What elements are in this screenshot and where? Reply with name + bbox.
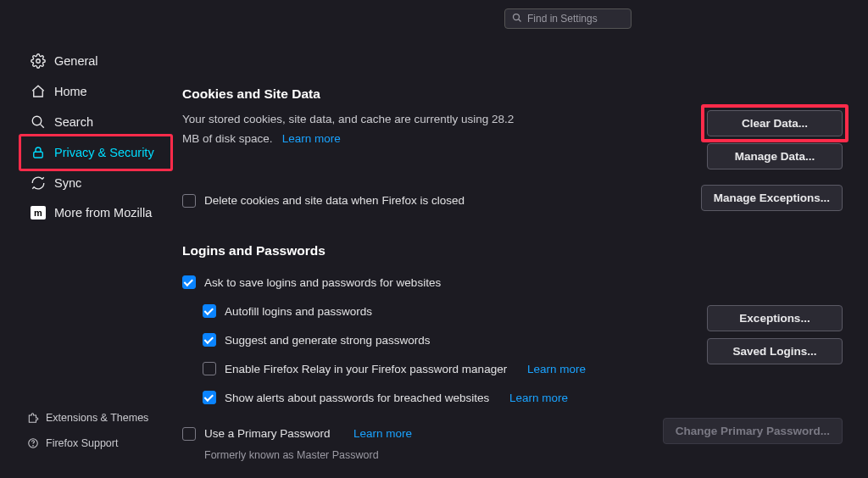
ask-save-checkbox[interactable] — [182, 275, 196, 289]
search-input[interactable] — [527, 13, 624, 25]
svg-point-3 — [32, 116, 42, 125]
saved-logins-button[interactable]: Saved Logins... — [707, 338, 843, 364]
logins-section: Logins and Passwords Ask to save logins … — [182, 243, 843, 461]
sidebar-item-label: General — [54, 54, 98, 68]
autofill-checkbox[interactable] — [203, 304, 216, 318]
sidebar-item-label: Sync — [54, 176, 81, 190]
cookies-learn-more-link[interactable]: Learn more — [282, 132, 341, 145]
checkbox-label: Autofill logins and passwords — [225, 305, 372, 318]
change-primary-password-button: Change Primary Password... — [663, 418, 843, 444]
logins-title: Logins and Passwords — [182, 243, 843, 258]
breach-alerts-checkbox[interactable] — [203, 391, 216, 404]
search-icon — [31, 114, 46, 130]
help-icon — [27, 437, 39, 449]
suggest-passwords-checkbox[interactable] — [203, 333, 216, 347]
sidebar-item-search[interactable]: Search — [24, 107, 168, 137]
svg-point-7 — [33, 446, 34, 447]
lock-icon — [31, 145, 46, 160]
checkbox-label: Ask to save logins and passwords for web… — [204, 276, 441, 289]
sidebar-item-label: More from Mozilla — [54, 206, 152, 220]
puzzle-icon — [27, 412, 39, 424]
checkbox-label: Suggest and generate strong passwords — [225, 334, 430, 347]
ask-save-checkbox-row[interactable]: Ask to save logins and passwords for web… — [182, 275, 690, 289]
link-label: Firefox Support — [46, 437, 118, 449]
sync-icon — [31, 175, 46, 191]
clear-data-button[interactable]: Clear Data... — [707, 110, 843, 136]
sidebar-item-label: Privacy & Security — [54, 146, 154, 159]
breach-alerts-checkbox-row[interactable]: Show alerts about passwords for breached… — [203, 391, 690, 404]
firefox-support-link[interactable]: Firefox Support — [24, 432, 152, 454]
search-icon — [512, 12, 522, 25]
delete-on-close-checkbox-row[interactable]: Delete cookies and site data when Firefo… — [182, 194, 465, 208]
link-label: Extensions & Themes — [46, 412, 148, 424]
cookies-description: Your stored cookies, site data, and cach… — [182, 110, 521, 149]
relay-checkbox-row[interactable]: Enable Firefox Relay in your Firefox pas… — [203, 362, 690, 375]
relay-learn-more-link[interactable]: Learn more — [527, 363, 586, 375]
svg-point-2 — [36, 59, 41, 64]
settings-content: Cookies and Site Data Your stored cookie… — [182, 86, 843, 478]
checkbox-label: Show alerts about passwords for breached… — [225, 392, 489, 404]
svg-point-0 — [514, 14, 520, 20]
manage-data-button[interactable]: Manage Data... — [707, 143, 843, 170]
primary-password-checkbox-row[interactable]: Use a Primary Password Learn more — [182, 427, 412, 441]
sidebar-item-privacy-security[interactable]: Privacy & Security — [24, 137, 168, 168]
gear-icon — [31, 53, 46, 69]
breach-learn-more-link[interactable]: Learn more — [509, 392, 568, 404]
sidebar-item-home[interactable]: Home — [24, 76, 168, 107]
sidebar-item-general[interactable]: General — [24, 46, 168, 76]
autofill-checkbox-row[interactable]: Autofill logins and passwords — [203, 304, 690, 318]
search-box[interactable] — [504, 8, 632, 29]
primary-password-note: Formerly known as Master Password — [204, 449, 843, 461]
svg-line-1 — [519, 19, 521, 22]
sidebar-item-label: Search — [54, 115, 93, 129]
cookies-section: Cookies and Site Data Your stored cookie… — [182, 86, 843, 211]
svg-line-4 — [41, 125, 44, 128]
checkbox-label: Enable Firefox Relay in your Firefox pas… — [225, 363, 507, 375]
sidebar: General Home Search Privacy & Security S… — [24, 46, 168, 227]
mozilla-icon: m — [31, 206, 46, 220]
cookies-title: Cookies and Site Data — [182, 86, 843, 102]
checkbox-label: Use a Primary Password — [204, 427, 331, 440]
checkbox-label: Delete cookies and site data when Firefo… — [204, 194, 465, 207]
sidebar-item-more-mozilla[interactable]: m More from Mozilla — [24, 198, 168, 227]
cookies-usage-text: Your stored cookies, site data, and cach… — [182, 113, 514, 145]
extensions-themes-link[interactable]: Extensions & Themes — [24, 407, 152, 429]
relay-checkbox[interactable] — [203, 362, 216, 375]
sidebar-item-label: Home — [54, 85, 87, 98]
delete-on-close-checkbox[interactable] — [182, 194, 196, 208]
svg-rect-5 — [34, 152, 43, 158]
primary-password-checkbox[interactable] — [182, 427, 196, 441]
suggest-passwords-checkbox-row[interactable]: Suggest and generate strong passwords — [203, 333, 690, 347]
manage-exceptions-button[interactable]: Manage Exceptions... — [701, 185, 843, 211]
home-icon — [31, 84, 46, 99]
primary-learn-more-link[interactable]: Learn more — [353, 427, 412, 440]
logins-exceptions-button[interactable]: Exceptions... — [707, 305, 843, 331]
sidebar-item-sync[interactable]: Sync — [24, 168, 168, 198]
sidebar-bottom-links: Extensions & Themes Firefox Support — [24, 407, 152, 454]
